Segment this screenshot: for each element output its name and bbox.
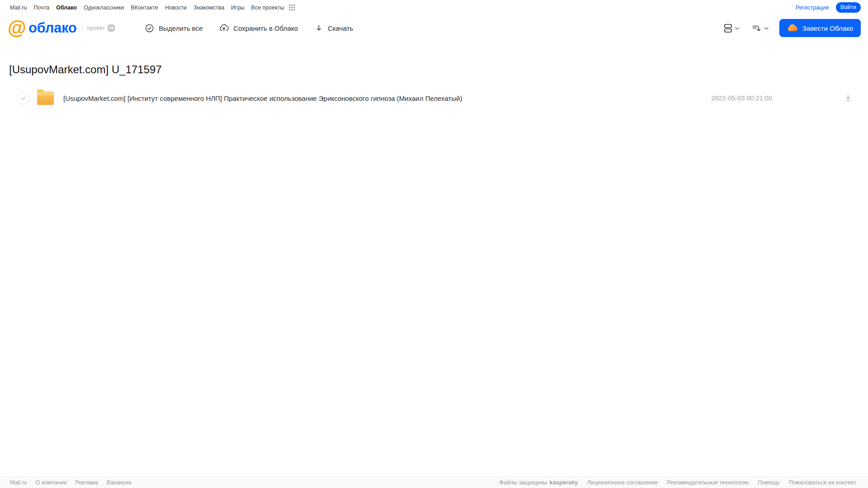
download-arrow-icon: [844, 94, 853, 103]
file-modified-date: 2022-05-03 00:21:00: [711, 95, 772, 102]
footer-link-mailru[interactable]: Mail.ru: [10, 479, 27, 486]
login-button[interactable]: Войти: [836, 2, 861, 13]
cloud-upload-icon: [219, 23, 229, 33]
header-right-controls: Завести Облако: [724, 15, 861, 41]
kaspersky-protection: Файлы защищены kaspersky: [499, 479, 578, 486]
download-label: Скачать: [328, 24, 353, 32]
select-all-label: Выделить все: [159, 24, 203, 32]
page-title: [UsupovMarket.com] U_171597: [9, 63, 162, 76]
cloud-header: @ облако проект vk Выделить все Сохранит…: [0, 15, 868, 41]
get-cloud-label: Завести Облако: [802, 24, 853, 32]
nav-item-vkontakte[interactable]: ВКонтакте: [131, 5, 158, 11]
nav-item-igry[interactable]: Игры: [231, 5, 244, 11]
folder-icon: [37, 91, 54, 105]
footer-link-jobs[interactable]: Вакансии: [107, 479, 132, 486]
at-logo-icon: @: [8, 19, 26, 38]
nav-item-all-projects[interactable]: Все проекты: [251, 5, 284, 11]
select-all-button[interactable]: Выделить все: [145, 24, 203, 33]
download-button[interactable]: Скачать: [314, 24, 353, 33]
cloud-icon: [787, 23, 798, 33]
save-to-cloud-button[interactable]: Сохранить в Облако: [219, 23, 298, 33]
chevron-down-icon: [764, 25, 769, 31]
registration-link[interactable]: Регистрация: [796, 5, 829, 11]
apps-grid-icon[interactable]: [289, 5, 295, 10]
logo-product-name: облако: [28, 20, 77, 36]
footer-link-report[interactable]: Пожаловаться на контент: [789, 479, 856, 486]
vk-badge-icon: vk: [108, 24, 115, 32]
nav-item-odnoklassniki[interactable]: Одноклассники: [84, 5, 124, 11]
nav-item-novosti[interactable]: Новости: [165, 5, 186, 11]
checkbox-check-icon: [20, 95, 26, 101]
save-to-cloud-label: Сохранить в Облако: [233, 24, 298, 32]
portal-nav: Mail.ru Почта Облако Одноклассники ВКонт…: [0, 0, 868, 15]
nav-item-pochta[interactable]: Почта: [34, 5, 50, 11]
row-download-button[interactable]: [844, 94, 853, 103]
nav-item-mailru[interactable]: Mail.ru: [10, 5, 27, 11]
chevron-down-icon: [734, 25, 740, 31]
footer-link-recommendations[interactable]: Рекомендательные технологии: [667, 479, 749, 486]
sort-icon: [752, 24, 761, 33]
footer-left-links: Mail.ru О компании Реклама Вакансии: [10, 479, 132, 486]
nav-item-oblako[interactable]: Облако: [56, 5, 77, 11]
view-mode-dropdown[interactable]: [724, 24, 740, 33]
file-row[interactable]: [UsupovMarket.com] [Институт современног…: [0, 89, 868, 107]
footer-link-help[interactable]: Помощь: [758, 479, 779, 486]
file-name-link[interactable]: [UsupovMarket.com] [Институт современног…: [63, 95, 711, 102]
check-circle-icon: [145, 24, 154, 33]
portal-nav-auth: Регистрация Войти: [796, 2, 861, 13]
file-toolbar: Выделить все Сохранить в Облако Скачать: [145, 15, 353, 41]
footer-link-ads[interactable]: Реклама: [75, 479, 98, 486]
logo-project-label: проект: [87, 25, 105, 31]
kaspersky-logo[interactable]: kaspersky: [550, 479, 578, 486]
logo-separator: [82, 25, 82, 32]
view-mode-icon: [724, 24, 732, 33]
footer-link-license[interactable]: Лицензионное соглашение: [587, 479, 658, 486]
page-footer: Mail.ru О компании Реклама Вакансии Файл…: [0, 476, 868, 488]
footer-right-links: Файлы защищены kaspersky Лицензионное со…: [499, 479, 856, 486]
row-checkbox[interactable]: [17, 92, 29, 104]
footer-link-company[interactable]: О компании: [36, 479, 67, 486]
get-cloud-button[interactable]: Завести Облако: [779, 19, 861, 37]
nav-item-znakomstva[interactable]: Знакомства: [194, 5, 224, 11]
protected-by-label: Файлы защищены: [499, 479, 547, 486]
portal-nav-links: Mail.ru Почта Облако Одноклассники ВКонт…: [10, 5, 295, 11]
download-icon: [314, 24, 323, 33]
cloud-logo[interactable]: @ облако проект vk: [8, 19, 115, 38]
sort-dropdown[interactable]: [752, 24, 769, 33]
